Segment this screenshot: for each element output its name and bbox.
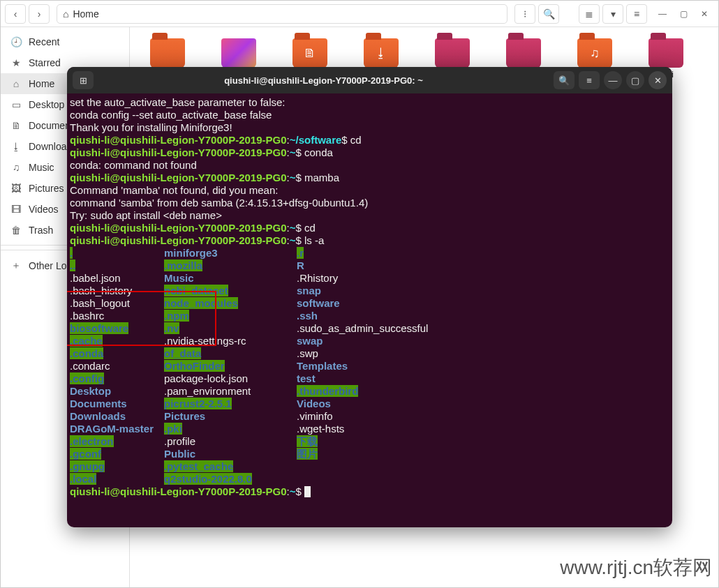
view-list-button[interactable]: ≣ — [579, 4, 600, 24]
folder-icon — [648, 38, 683, 68]
nav-forward-button[interactable]: › — [29, 4, 50, 24]
sidebar-item-recent[interactable]: 🕘Recent — [1, 31, 129, 52]
home-icon: ⌂ — [63, 8, 68, 20]
sidebar-label: Videos — [29, 204, 59, 215]
sidebar-icon: 🖼 — [10, 183, 22, 194]
sidebar-icon: ⌂ — [10, 78, 22, 89]
sidebar-icon: 🎞 — [10, 204, 22, 215]
sidebar-icon: ⭳ — [10, 141, 22, 152]
terminal-body[interactable]: set the auto_activate_base parameter to … — [67, 93, 672, 527]
terminal-close-button[interactable]: ✕ — [648, 71, 667, 89]
annotation-box — [67, 291, 216, 346]
sidebar-label: Home — [29, 78, 54, 89]
window-controls: — ▢ ✕ — [653, 5, 714, 23]
sidebar-icon: ♫ — [10, 162, 22, 173]
sidebar-icon: ▭ — [10, 99, 22, 110]
terminal-minimize-button[interactable]: — — [604, 71, 622, 89]
path-label: Home — [73, 8, 98, 20]
view-dropdown-button[interactable]: ▾ — [602, 4, 623, 24]
hamburger-button[interactable]: ≡ — [626, 4, 647, 24]
terminal-menu-button[interactable]: ≡ — [579, 71, 600, 89]
new-tab-button[interactable]: ⊞ — [73, 71, 94, 89]
nav-back-button[interactable]: ‹ — [5, 4, 26, 24]
folder-icon — [435, 38, 470, 68]
folder-icon: 🗎 — [292, 38, 327, 68]
sidebar-label: Trash — [29, 225, 53, 236]
maximize-button[interactable]: ▢ — [674, 5, 693, 23]
folder-icon — [506, 38, 541, 68]
sidebar-label: Music — [29, 162, 54, 173]
path-bar[interactable]: ⌂ Home — [57, 4, 507, 24]
terminal-search-button[interactable]: 🔍 — [554, 71, 575, 89]
folder-icon: ♫ — [577, 38, 612, 68]
sidebar-label: Recent — [29, 36, 59, 47]
terminal-titlebar: ⊞ qiushi-li@qiushili-Legion-Y7000P-2019-… — [67, 67, 672, 93]
close-button[interactable]: ✕ — [695, 5, 714, 23]
folder-icon — [150, 38, 185, 68]
file-manager-titlebar: ‹ › ⌂ Home ⁝ 🔍 ≣ ▾ ≡ — ▢ ✕ — [1, 1, 718, 27]
search-button[interactable]: 🔍 — [538, 4, 559, 24]
folder-icon: ⭳ — [364, 38, 399, 68]
sidebar-icon: 🗎 — [10, 120, 22, 131]
sidebar-icon: 🕘 — [10, 36, 22, 47]
minimize-button[interactable]: — — [653, 5, 672, 23]
sidebar-label: Desktop — [29, 99, 64, 110]
terminal-title: qiushi-li@qiushili-Legion-Y7000P-2019-PG… — [98, 75, 549, 86]
folder-icon — [221, 38, 256, 68]
watermark: www.rjtj.cn软荐网 — [560, 555, 712, 581]
sidebar-icon: ＋ — [10, 259, 22, 272]
terminal-maximize-button[interactable]: ▢ — [626, 71, 644, 89]
path-menu-button[interactable]: ⁝ — [514, 4, 535, 24]
sidebar-icon: 🗑 — [10, 225, 22, 236]
sidebar-label: Starred — [29, 57, 61, 68]
sidebar-label: Pictures — [29, 183, 64, 194]
sidebar-icon: ★ — [10, 57, 22, 68]
terminal-window: ⊞ qiushi-li@qiushili-Legion-Y7000P-2019-… — [67, 67, 672, 527]
